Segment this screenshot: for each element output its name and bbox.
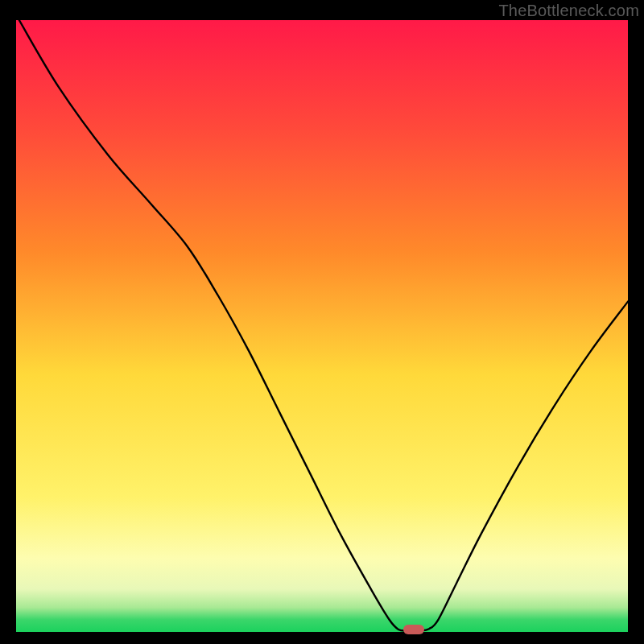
chart-frame: TheBottleneck.com xyxy=(0,0,644,644)
optimal-point-marker xyxy=(403,625,425,634)
watermark-text: TheBottleneck.com xyxy=(498,2,639,20)
bottleneck-curve xyxy=(16,20,628,632)
plot-area xyxy=(16,20,628,632)
